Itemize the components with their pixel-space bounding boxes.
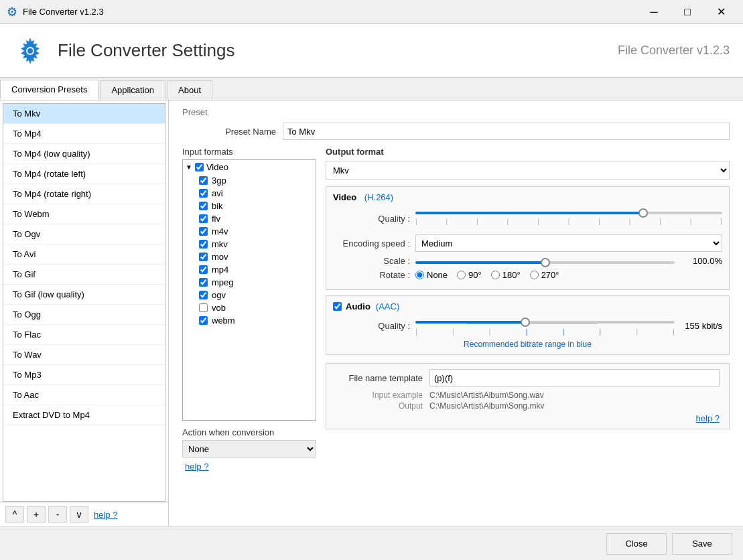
video-tree-checkbox[interactable] [195,163,204,171]
main-header: File Converter Settings File Converter v… [0,24,743,78]
sidebar-item-15[interactable]: Extract DVD to Mp4 [3,405,165,425]
sidebar-item-12[interactable]: To Wav [3,345,165,365]
sidebar-item-11[interactable]: To Flac [3,325,165,345]
move-up-button[interactable]: ^ [5,506,24,522]
format-mp4[interactable]: mp4 [183,263,316,276]
rotate-row: Rotate : None 90° 180° [333,270,722,280]
sidebar: To Mkv To Mp4 To Mp4 (low quality) To Mp… [0,100,169,527]
sidebar-item-3[interactable]: To Mp4 (rotate left) [3,164,165,184]
template-input[interactable] [429,369,720,387]
rotate-270[interactable]: 270° [530,270,559,280]
encoding-speed-row: Encoding speed : Ultrafast Superfast Ver… [333,234,722,252]
video-tree-header[interactable]: ▼ Video [183,160,316,174]
input-formats-tree[interactable]: ▼ Video 3gp avi bik flv m4v mkv mov mp4 … [182,159,316,421]
remove-button[interactable]: - [48,506,67,522]
output-format-select[interactable]: Mkv Mp4 Avi Webm Ogv [326,161,730,180]
sidebar-controls: ^ + - v help ? [0,502,168,527]
input-formats-column: Input formats ▼ Video 3gp avi bik flv m4… [182,147,316,472]
output-format-label: Output format [326,147,730,157]
file-template-section: File name template Input example C:\Musi… [326,363,730,429]
two-column-layout: Input formats ▼ Video 3gp avi bik flv m4… [182,147,730,472]
output-example-value: C:\Music\Artist\Album\Song.mkv [429,401,544,411]
format-m4v[interactable]: m4v [183,225,316,238]
scale-label: Scale : [333,256,410,266]
sidebar-help-link[interactable]: help ? [94,510,117,520]
expand-arrow-icon: ▼ [186,163,192,171]
format-3gp[interactable]: 3gp [183,174,316,187]
input-formats-help-link[interactable]: help ? [185,462,208,472]
window-controls: ─ □ ✕ [638,2,736,22]
scale-value: 100.0% [679,256,722,266]
preset-section-label: Preset [182,107,730,117]
sidebar-item-1[interactable]: To Mp4 [3,124,165,144]
rotate-options: None 90° 180° 270° [415,270,559,280]
sidebar-item-6[interactable]: To Ogv [3,224,165,244]
sidebar-item-13[interactable]: To Mp3 [3,365,165,385]
format-avi[interactable]: avi [183,187,316,200]
sidebar-item-4[interactable]: To Mp4 (rotate right) [3,184,165,204]
scale-row: Scale : 100.0% [333,256,722,266]
format-mpeg[interactable]: mpeg [183,276,316,289]
sidebar-list[interactable]: To Mkv To Mp4 To Mp4 (low quality) To Mp… [3,103,165,502]
tab-about[interactable]: About [167,80,212,100]
sidebar-item-9[interactable]: To Gif (low quality) [3,285,165,305]
sidebar-item-0[interactable]: To Mkv [3,104,165,124]
sidebar-item-8[interactable]: To Gif [3,265,165,285]
audio-quality-label: Quality : [333,321,410,331]
audio-quality-slider[interactable] [415,321,675,324]
add-button[interactable]: + [27,506,46,522]
sidebar-item-10[interactable]: To Ogg [3,305,165,325]
sidebar-item-7[interactable]: To Avi [3,244,165,265]
scale-slider[interactable] [415,261,675,264]
tabs-bar: Conversion Presets Application About [0,78,743,100]
input-formats-label: Input formats [182,147,316,157]
header-gear-icon [13,34,47,68]
version-text: File Converter v1.2.3 [618,44,730,58]
move-down-button[interactable]: v [70,506,88,522]
audio-enabled-checkbox[interactable] [333,302,342,311]
app-icon: ⚙ [7,5,17,19]
rotate-90[interactable]: 90° [457,270,482,280]
action-section: Action when conversion None Open file Op… [182,427,316,472]
output-example-label: Output [336,401,423,411]
sidebar-item-14[interactable]: To Aac [3,385,165,405]
output-example-row: Output C:\Music\Artist\Album\Song.mkv [336,401,720,411]
video-quality-slider[interactable] [415,212,722,214]
sidebar-item-2[interactable]: To Mp4 (low quality) [3,144,165,164]
main-panel: Preset Preset Name Input formats ▼ Video [169,100,743,527]
format-ogv[interactable]: ogv [183,289,316,301]
app-title: File Converter Settings [58,40,618,61]
output-settings-column: Output format Mkv Mp4 Avi Webm Ogv Video… [326,147,730,472]
format-vob[interactable]: vob [183,301,316,314]
title-bar-text: File Converter v1.2.3 [23,7,104,17]
tab-conversion-presets[interactable]: Conversion Presets [0,80,98,100]
save-button[interactable]: Save [672,533,732,555]
restore-button[interactable]: □ [672,2,703,22]
audio-quality-value: 155 kbit/s [679,321,722,331]
rotate-180[interactable]: 180° [491,270,521,280]
format-webm[interactable]: webm [183,314,316,327]
preset-name-label: Preset Name [182,127,276,137]
video-node-label: Video [206,162,228,172]
template-help-link[interactable]: help ? [696,413,720,423]
close-button[interactable]: Close [606,533,667,555]
recommended-text: Recommended bitrate range in blue [333,340,722,349]
input-example-label: Input example [336,391,423,400]
format-bik[interactable]: bik [183,200,316,212]
encoding-speed-select[interactable]: Ultrafast Superfast Veryfast Faster Fast… [415,234,722,252]
close-window-button[interactable]: ✕ [705,2,736,22]
audio-header: Audio (AAC) [333,301,722,311]
sidebar-item-5[interactable]: To Webm [3,204,165,224]
format-mov[interactable]: mov [183,251,316,263]
format-flv[interactable]: flv [183,212,316,225]
minimize-button[interactable]: ─ [638,2,669,22]
bottom-bar: Close Save [0,527,743,560]
rotate-none[interactable]: None [415,270,448,280]
audio-quality-row: Quality : | | | | [333,316,722,336]
audio-title: Audio [346,301,370,311]
video-codec-label: (H.264) [364,192,393,202]
format-mkv[interactable]: mkv [183,238,316,251]
action-select[interactable]: None Open file Open folder Nothing [182,440,316,458]
tab-application[interactable]: Application [100,80,165,100]
preset-name-input[interactable] [283,123,730,140]
